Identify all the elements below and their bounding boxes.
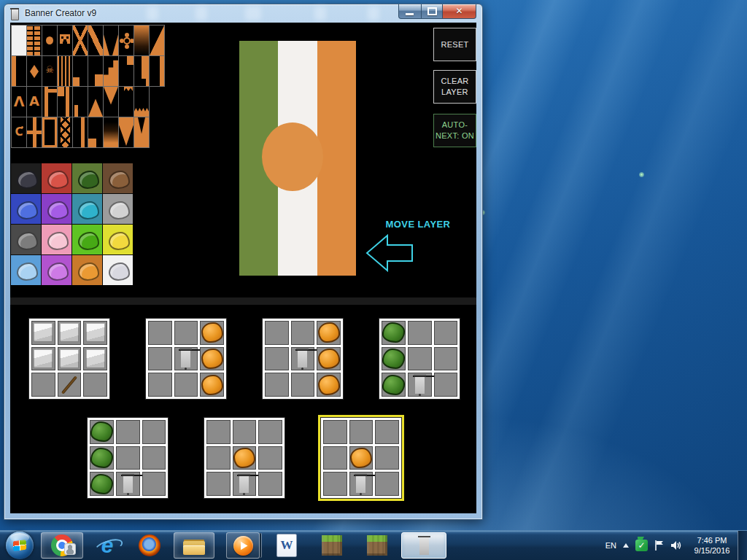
- crafting-cell[interactable]: [142, 420, 166, 444]
- crafting-cell[interactable]: [174, 321, 198, 345]
- dye-blue[interactable]: [11, 194, 41, 224]
- dye-orange[interactable]: [72, 255, 102, 285]
- dye-cyan[interactable]: [72, 194, 102, 224]
- dye-gray[interactable]: [11, 225, 41, 254]
- dye-pink[interactable]: [42, 225, 71, 254]
- pattern-fringe-bottom-tile[interactable]: [133, 86, 150, 117]
- crafting-grid-6[interactable]: [204, 417, 285, 499]
- crafting-cell[interactable]: [233, 446, 257, 470]
- dye-white[interactable]: [103, 255, 133, 285]
- crafting-cell[interactable]: [349, 420, 374, 444]
- crafting-cell[interactable]: [258, 446, 282, 470]
- crafting-grid-2[interactable]: [145, 318, 227, 400]
- pattern-blank-tile[interactable]: [11, 25, 27, 56]
- pattern-diagonal-left-tile[interactable]: [88, 25, 104, 56]
- security-check-icon[interactable]: [635, 540, 648, 551]
- taskbar-explorer-button[interactable]: [174, 532, 214, 559]
- pattern-square-top-right-tile[interactable]: [118, 55, 134, 87]
- pattern-flower-tile[interactable]: [118, 25, 134, 56]
- minimize-button[interactable]: [398, 4, 422, 19]
- dye-lime[interactable]: [72, 225, 102, 254]
- crafting-cell[interactable]: [375, 472, 399, 496]
- pattern-gradient-down-tile[interactable]: [133, 25, 150, 56]
- show-desktop-button[interactable]: [738, 531, 747, 560]
- pattern-thing-tile[interactable]: [11, 117, 27, 148]
- crafting-cell[interactable]: [116, 420, 140, 444]
- pattern-vair-column-tile[interactable]: [57, 117, 73, 148]
- taskbar-wmp-button[interactable]: [226, 532, 260, 559]
- crafting-cell[interactable]: [200, 321, 224, 345]
- crafting-cell[interactable]: [323, 420, 347, 444]
- taskbar-word-button[interactable]: [270, 532, 303, 559]
- pattern-letter-a-tile[interactable]: [26, 86, 42, 117]
- taskbar-firefox-button[interactable]: [131, 532, 168, 559]
- action-center-flag-icon[interactable]: [654, 540, 665, 551]
- crafting-cell[interactable]: [408, 373, 432, 397]
- crafting-cell[interactable]: [265, 347, 289, 371]
- pattern-saltire-tile[interactable]: [72, 25, 88, 56]
- crafting-cell[interactable]: [90, 446, 114, 470]
- pattern-bar-right-tile[interactable]: [72, 117, 88, 148]
- pattern-inverted-chevron-tile[interactable]: [103, 25, 119, 56]
- pattern-small-stripes-tile[interactable]: [57, 55, 73, 87]
- taskbar-minecraft-2-button[interactable]: [359, 532, 395, 559]
- pattern-bars-top-left-tile[interactable]: [42, 86, 58, 117]
- crafting-cell[interactable]: [434, 373, 458, 397]
- crafting-cell[interactable]: [58, 373, 82, 397]
- crafting-cell[interactable]: [317, 373, 341, 397]
- crafting-cell[interactable]: [323, 446, 347, 470]
- crafting-cell[interactable]: [434, 347, 458, 371]
- crafting-cell[interactable]: [265, 321, 289, 345]
- crafting-cell[interactable]: [291, 373, 315, 397]
- dye-red[interactable]: [42, 163, 71, 193]
- clock[interactable]: 7:46 PM 9/15/2016: [689, 535, 735, 556]
- crafting-cell[interactable]: [382, 321, 406, 345]
- dye-yellow[interactable]: [103, 225, 133, 254]
- dye-light-gray[interactable]: [103, 194, 133, 224]
- taskbar-ie-button[interactable]: e: [89, 532, 125, 559]
- close-button[interactable]: [442, 4, 476, 19]
- crafting-cell[interactable]: [90, 472, 114, 496]
- pattern-bricks-tile[interactable]: [26, 25, 42, 56]
- crafting-cell[interactable]: [233, 420, 257, 444]
- pattern-square-bar-tile[interactable]: [57, 86, 73, 117]
- crafting-cell[interactable]: [349, 472, 374, 496]
- crafting-cell[interactable]: [291, 347, 315, 371]
- crafting-grid-4[interactable]: [379, 318, 460, 400]
- crafting-cell[interactable]: [116, 446, 140, 470]
- crafting-cell[interactable]: [317, 347, 341, 371]
- crafting-cell[interactable]: [200, 347, 224, 371]
- pattern-base-left-tile[interactable]: [88, 117, 104, 148]
- clear-layer-button[interactable]: CLEAR LAYER: [433, 70, 476, 104]
- crafting-cell[interactable]: [83, 321, 107, 345]
- crafting-cell[interactable]: [375, 446, 399, 470]
- crafting-cell[interactable]: [434, 321, 458, 345]
- crafting-cell[interactable]: [206, 420, 231, 444]
- crafting-grid-3[interactable]: [262, 318, 344, 400]
- volume-icon[interactable]: [670, 540, 683, 551]
- pattern-notch-down-tile[interactable]: [133, 117, 150, 148]
- pattern-skull-tile[interactable]: [42, 55, 58, 87]
- crafting-cell[interactable]: [317, 321, 341, 345]
- pattern-square-bottom-left-tile[interactable]: [72, 55, 88, 87]
- crafting-cell[interactable]: [408, 347, 432, 371]
- crafting-cell[interactable]: [116, 472, 140, 496]
- pattern-half-bottom-right-tile[interactable]: [88, 55, 104, 87]
- pattern-gradient-up-tile[interactable]: [103, 117, 119, 148]
- pattern-triangle-top-tile[interactable]: [103, 86, 119, 117]
- dye-light-blue[interactable]: [11, 255, 41, 285]
- pattern-lozenge-tile[interactable]: [26, 55, 42, 87]
- crafting-cell[interactable]: [142, 472, 166, 496]
- pattern-roundel-tile[interactable]: [42, 25, 58, 56]
- reset-button[interactable]: RESET: [433, 28, 476, 61]
- crafting-cell[interactable]: [265, 373, 289, 397]
- taskbar-minecraft-1-button[interactable]: [314, 532, 350, 559]
- pattern-diagonal-right-tile[interactable]: [149, 25, 165, 56]
- crafting-cell[interactable]: [323, 472, 347, 496]
- pattern-chevron-down-tile[interactable]: [118, 117, 134, 148]
- pattern-creeper-tile[interactable]: [57, 25, 73, 56]
- crafting-cell[interactable]: [258, 472, 282, 496]
- crafting-cell[interactable]: [174, 347, 198, 371]
- crafting-cell[interactable]: [375, 420, 399, 444]
- maximize-button[interactable]: [422, 4, 442, 19]
